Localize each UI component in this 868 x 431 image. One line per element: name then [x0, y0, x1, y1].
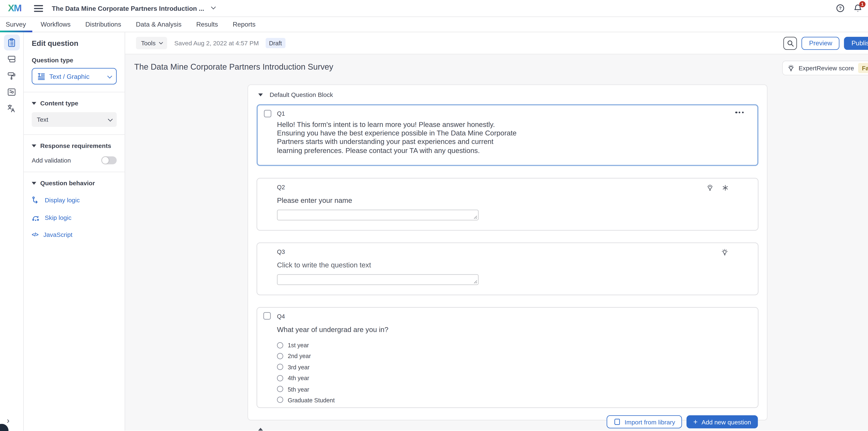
block-header[interactable]: Default Question Block — [248, 85, 767, 104]
help-button[interactable]: ? — [836, 4, 844, 12]
choice-label: 5th year — [288, 386, 309, 393]
panel-title: Edit question — [32, 39, 117, 48]
question-card-q4[interactable]: Q4 What year of undergrad are you in? 1s… — [256, 307, 758, 408]
radio-icon[interactable] — [277, 386, 283, 392]
code-icon: </> — [32, 232, 38, 237]
required-asterisk-icon[interactable] — [722, 185, 728, 191]
notification-count-badge: 1 — [859, 1, 866, 7]
svg-text:?: ? — [839, 5, 842, 11]
blocks-icon — [7, 54, 16, 64]
text-entry-input[interactable] — [277, 274, 478, 285]
tab-data-analysis[interactable]: Data & Analysis — [136, 21, 182, 28]
rail-item-translations[interactable] — [4, 100, 20, 116]
skip-logic-link[interactable]: Skip logic — [32, 214, 117, 222]
tab-distributions[interactable]: Distributions — [85, 21, 121, 28]
choice-row[interactable]: 1st year — [277, 342, 758, 348]
content-type-select[interactable]: Text — [32, 112, 117, 127]
radio-icon[interactable] — [277, 375, 283, 381]
choice-label: 2nd year — [288, 353, 311, 360]
primary-nav: Survey Workflows Distributions Data & An… — [0, 17, 868, 32]
content-type-value: Text — [37, 116, 48, 123]
question-card-q3[interactable]: Q3 Click to write the question text — [256, 242, 758, 295]
tools-label: Tools — [141, 39, 156, 47]
choice-row[interactable]: 4th year — [277, 375, 758, 381]
preview-button[interactable]: Preview — [802, 36, 840, 50]
last-saved-text: Saved Aug 2, 2022 at 4:57 PM — [174, 39, 259, 47]
choice-label: 4th year — [288, 375, 309, 381]
tab-reports[interactable]: Reports — [232, 21, 255, 28]
chevron-down-icon — [159, 40, 163, 44]
choice-row[interactable]: 5th year — [277, 386, 758, 393]
add-validation-label: Add validation — [32, 157, 71, 164]
book-icon — [613, 418, 621, 426]
publish-button[interactable]: Publish — [844, 36, 868, 50]
survey-canvas: The Data Mine Corporate Partners Introdu… — [125, 54, 868, 430]
choice-row[interactable]: Graduate Student — [277, 397, 758, 403]
survey-switcher-chevron-icon[interactable] — [211, 4, 216, 9]
suggestion-lightbulb-icon[interactable] — [706, 184, 714, 191]
response-requirements-section-header[interactable]: Response requirements — [32, 142, 117, 149]
choice-row[interactable]: 2nd year — [277, 353, 758, 360]
question-type-label: Question type — [32, 57, 117, 63]
question-behavior-section-header[interactable]: Question behavior — [32, 180, 117, 186]
choice-row[interactable]: 3rd year — [277, 364, 758, 370]
question-text[interactable]: What year of undergrad are you in? — [277, 325, 758, 334]
text-entry-input[interactable] — [277, 210, 478, 220]
page-title: The Data Mine Corporate Partners Introdu… — [134, 62, 333, 71]
expand-panel-chevron[interactable]: › — [7, 417, 9, 424]
panel-divider — [24, 92, 125, 92]
expert-review-score-badge: Fair — [858, 63, 868, 73]
question-checkbox[interactable] — [264, 312, 271, 319]
content-type-section-header[interactable]: Content type — [32, 100, 117, 106]
question-text[interactable]: Please enter your name — [277, 196, 758, 205]
choice-list: 1st year 2nd year 3rd year 4th year 5th … — [277, 342, 758, 403]
tools-button[interactable]: Tools — [136, 37, 167, 49]
notifications-button[interactable]: 1 — [854, 4, 862, 12]
question-id: Q2 — [277, 184, 758, 190]
caret-down-icon — [32, 144, 36, 147]
radio-icon[interactable] — [277, 364, 283, 370]
rail-item-survey-options[interactable] — [4, 84, 20, 100]
tab-results[interactable]: Results — [196, 21, 218, 28]
plus-icon: + — [693, 417, 698, 426]
survey-toolbar: Tools Saved Aug 2, 2022 at 4:57 PM Draft… — [125, 32, 868, 54]
sliders-icon — [7, 87, 16, 97]
javascript-link[interactable]: </> JavaScript — [32, 231, 117, 238]
question-type-select[interactable]: Text / Graphic — [32, 68, 117, 85]
hamburger-menu-icon[interactable] — [34, 5, 43, 12]
display-logic-label: Display logic — [45, 196, 80, 203]
question-text-placeholder[interactable]: Click to write the question text — [277, 260, 758, 270]
expert-review-pill[interactable]: ExpertReview score Fair — [782, 61, 868, 75]
block-title: Default Question Block — [270, 91, 333, 98]
question-card-q1[interactable]: Q1 Hello! This form's intent is to learn… — [256, 104, 758, 166]
top-bar: XM The Data Mine Corporate Partners Intr… — [0, 0, 868, 17]
display-logic-link[interactable]: Display logic — [32, 196, 117, 204]
skip-logic-label: Skip logic — [45, 214, 71, 221]
question-checkbox[interactable] — [264, 110, 271, 117]
rail-item-survey-builder[interactable] — [4, 35, 20, 50]
add-validation-toggle[interactable] — [101, 156, 117, 164]
question-card-q2[interactable]: Q2 Please enter your name — [256, 178, 758, 230]
search-button[interactable] — [784, 36, 797, 50]
radio-icon[interactable] — [277, 342, 283, 348]
rail-item-look-and-feel[interactable] — [4, 67, 20, 83]
collapse-block-up-caret[interactable] — [256, 417, 265, 429]
question-text[interactable]: Hello! This form's intent is to learn mo… — [277, 121, 517, 155]
question-menu-ellipsis-icon[interactable] — [734, 111, 745, 115]
radio-icon[interactable] — [277, 397, 283, 403]
text-graphic-icon — [37, 72, 45, 80]
question-type-value: Text / Graphic — [49, 73, 90, 80]
display-logic-icon — [32, 196, 40, 204]
import-from-library-button[interactable]: Import from library — [607, 415, 682, 428]
xm-logo: XM — [8, 3, 21, 13]
question-block-container: Default Question Block Q1 Hello! This fo… — [248, 84, 768, 421]
radio-icon[interactable] — [277, 353, 283, 359]
rail-item-block-options[interactable] — [4, 51, 20, 67]
collapse-block-caret-icon — [258, 93, 263, 96]
tab-workflows[interactable]: Workflows — [41, 21, 70, 28]
tab-survey[interactable]: Survey — [6, 21, 26, 28]
choice-label: 1st year — [288, 342, 309, 348]
javascript-label: JavaScript — [43, 231, 72, 238]
suggestion-lightbulb-icon[interactable] — [721, 249, 728, 256]
add-new-question-button[interactable]: + Add new question — [686, 415, 758, 428]
